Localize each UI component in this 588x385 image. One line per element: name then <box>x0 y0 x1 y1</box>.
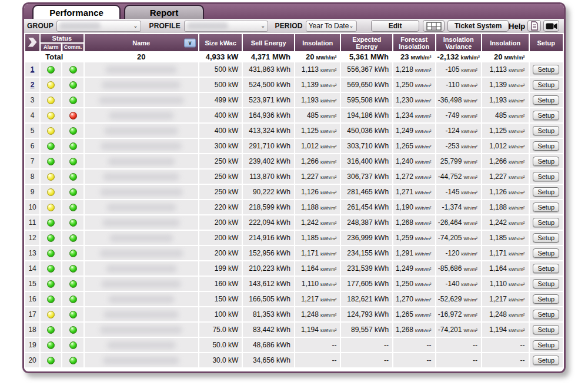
forecast-insolation-cell: 1,190kWh/m² <box>393 200 435 214</box>
blurred-site-name <box>101 280 181 288</box>
setup-button[interactable]: Setup <box>533 141 559 151</box>
table-row: 2 500 kW 524,500 kWh 1,139kWh/m² 569,650… <box>25 78 563 92</box>
row-number-link[interactable]: 3 <box>31 96 35 104</box>
setup-button[interactable]: Setup <box>533 233 559 243</box>
insolation2-cell: 1,248kWh/m² <box>482 307 529 321</box>
table-row: 6 300 kW 291,710 kWh 1,012kWh/m² 303,710… <box>25 139 563 153</box>
setup-button[interactable]: Setup <box>533 356 559 365</box>
row-number-link[interactable]: 14 <box>28 264 36 273</box>
setup-button[interactable]: Setup <box>533 157 559 166</box>
setup-button[interactable]: Setup <box>533 294 559 304</box>
tab-report[interactable]: Report <box>124 5 204 19</box>
setup-button[interactable]: Setup <box>533 203 559 212</box>
alarm-status-cell <box>41 307 61 321</box>
setup-button[interactable]: Setup <box>533 95 559 105</box>
setup-button[interactable]: Setup <box>533 279 559 288</box>
setup-button[interactable]: Setup <box>533 340 559 350</box>
setup-button[interactable]: Setup <box>533 264 559 273</box>
site-name-cell <box>85 353 198 367</box>
expected-energy-cell: 89,557 kWh <box>341 323 392 337</box>
comm-led-icon <box>69 219 77 227</box>
setup-button[interactable]: Setup <box>533 325 559 334</box>
sell-energy-cell: 524,500 kWh <box>243 78 294 92</box>
name-filter-button[interactable]: ∨ <box>184 38 196 47</box>
row-number-link[interactable]: 13 <box>28 249 36 257</box>
setup-button[interactable]: Setup <box>533 187 559 197</box>
edit-button[interactable]: Edit <box>371 20 420 32</box>
alarm-led-icon <box>47 357 55 364</box>
row-number-link[interactable]: 20 <box>28 356 36 364</box>
row-number-link[interactable]: 15 <box>28 280 36 288</box>
row-number-link[interactable]: 18 <box>28 326 36 334</box>
alarm-led-icon <box>47 142 55 150</box>
comm-status-cell <box>62 292 83 306</box>
row-number-link[interactable]: 16 <box>28 295 36 303</box>
table-row: 11 200 kW 222,094 kWh 1,242kWh/m² 248,38… <box>25 215 563 230</box>
table-row: 14 199 kW 210,223 kWh 1,164kWh/m² 231,53… <box>25 261 563 276</box>
table-row: 13 200 kW 152,956 kWh 1,171kWh/m² 234,15… <box>25 246 563 260</box>
alarm-status-cell <box>41 231 61 245</box>
ticket-system-button[interactable]: Ticket System <box>447 20 509 32</box>
expected-energy-cell: 316,400 kWh <box>341 154 392 168</box>
row-number-link[interactable]: 4 <box>31 111 35 120</box>
insolation-cell: 1,139kWh/m² <box>295 78 340 92</box>
row-number-link[interactable]: 11 <box>29 218 36 227</box>
expected-energy-cell: 234,155 kWh <box>341 246 392 260</box>
profile-select[interactable]: ⌄ <box>184 21 269 32</box>
insolation-variance-cell: -253kWh/m² <box>436 139 482 153</box>
setup-button[interactable]: Setup <box>533 248 559 258</box>
setup-cell: Setup <box>530 139 563 153</box>
setup-button[interactable]: Setup <box>533 111 559 120</box>
expand-column-header[interactable] <box>25 34 39 51</box>
forecast-insolation-cell: 1,259kWh/m² <box>393 231 435 245</box>
table-row: 15 160 kW 143,612 kWh 1,110kWh/m² 177,60… <box>25 277 563 291</box>
table-row: 16 150 kW 166,505 kWh 1,217kWh/m² 182,62… <box>25 292 563 306</box>
sell-energy-cell: 214,916 kWh <box>243 231 294 245</box>
size-cell: 400 kW <box>199 108 242 122</box>
row-number-link[interactable]: 5 <box>31 127 35 135</box>
table-row: 1 500 kW 431,863 kWh 1,113kWh/m² 556,367… <box>25 62 563 77</box>
row-number-link[interactable]: 2 <box>31 81 35 89</box>
site-name-cell <box>85 139 198 153</box>
period-select[interactable]: Year To Date ⌄ <box>306 21 357 32</box>
expected-energy-cell: 569,650 kWh <box>341 78 392 92</box>
setup-cell: Setup <box>530 62 563 77</box>
setup-cell: Setup <box>530 154 563 168</box>
alarm-status-cell <box>41 338 61 352</box>
help-document-button[interactable] <box>527 20 541 32</box>
row-number-link[interactable]: 9 <box>31 188 35 196</box>
row-number-link[interactable]: 1 <box>31 65 35 74</box>
grid-view-button[interactable] <box>423 20 445 32</box>
table-row: 4 400 kW 164,936 kWh 485kWh/m² 194,186 k… <box>25 108 563 122</box>
video-tutorial-button[interactable] <box>543 20 559 32</box>
expected-energy-cell: 194,186 kWh <box>341 108 392 122</box>
row-number-link[interactable]: 10 <box>28 203 36 211</box>
setup-button[interactable]: Setup <box>533 218 559 227</box>
table-row: 5 400 kW 413,324 kWh 1,125kWh/m² 450,036… <box>25 124 563 138</box>
row-number-link[interactable]: 8 <box>31 172 35 181</box>
sell-energy-cell: 143,612 kWh <box>243 277 294 291</box>
blurred-site-name <box>108 296 175 303</box>
tab-performance[interactable]: Performance <box>32 5 121 19</box>
insolation-variance-cell: -- <box>436 338 482 352</box>
site-name-cell <box>85 185 198 199</box>
table-header: Status Name ∨ Size kWac Sell Energy Inso… <box>25 34 563 51</box>
row-number-link[interactable]: 6 <box>31 142 35 150</box>
sell-energy-cell: 90,222 kWh <box>243 185 294 199</box>
row-number-link[interactable]: 7 <box>31 157 35 165</box>
row-number-cell: 1 <box>25 62 39 77</box>
row-number-link[interactable]: 17 <box>28 310 36 318</box>
row-number-link[interactable]: 19 <box>28 341 36 349</box>
size-cell: 50.0 kW <box>199 338 242 352</box>
setup-button[interactable]: Setup <box>533 172 559 181</box>
group-select[interactable]: ⌄ <box>56 21 141 32</box>
size-cell: 199 kW <box>199 261 242 276</box>
row-number-link[interactable]: 12 <box>28 234 36 242</box>
setup-button[interactable]: Setup <box>533 65 559 74</box>
expected-energy-cell: 236,999 kWh <box>341 231 392 245</box>
setup-button[interactable]: Setup <box>533 310 559 319</box>
setup-button[interactable]: Setup <box>533 126 559 135</box>
setup-button[interactable]: Setup <box>533 80 559 89</box>
size-cell: 250 kW <box>199 170 242 184</box>
total-insolation-variance: -2,132kWh/m² <box>436 52 482 61</box>
